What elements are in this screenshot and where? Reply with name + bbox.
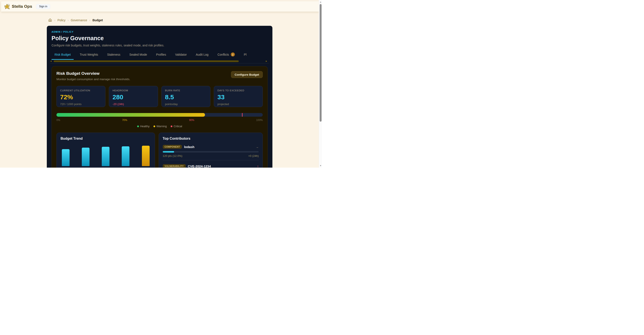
row-divider xyxy=(163,160,259,160)
utilization-ticks: 0% 70% 90% 100% xyxy=(56,119,263,122)
stat-headroom: HEADROOM 280 -20 (24h) xyxy=(109,86,158,107)
stat-burn-rate: BURN RATE 8.5 points/day xyxy=(162,86,210,107)
stat-sub: 720 / 1000 points xyxy=(60,103,102,106)
critical-dot-icon xyxy=(171,126,172,127)
section-eyebrow: ADMIN / POLICY xyxy=(52,31,268,33)
delta-label: +0 (24h) xyxy=(248,154,259,158)
tab-risk-budget[interactable]: Risk Budget xyxy=(52,51,74,60)
tab-validator[interactable]: Validator xyxy=(172,51,190,60)
contributor-row[interactable]: COMPONENT lodash → 120 pts (12.0%) +0 (2… xyxy=(163,144,259,158)
tabs-scroll-left-icon[interactable]: ◀ xyxy=(50,60,52,62)
breadcrumb-separator-icon: › xyxy=(68,19,69,22)
breadcrumb-item-policy[interactable]: Policy xyxy=(58,19,66,22)
page-title: Policy Governance xyxy=(52,35,268,42)
arrow-up-icon[interactable]: ↑ xyxy=(257,164,259,168)
stat-value: 8.5 xyxy=(165,94,207,101)
browser-scrollbar-thumb[interactable] xyxy=(320,4,322,122)
stella-ops-logo-icon xyxy=(4,4,10,10)
contribution-track xyxy=(163,151,259,153)
contributor-name: lodash xyxy=(184,145,194,149)
utilization-progress-bar xyxy=(56,113,263,117)
utilization-fill xyxy=(56,113,205,117)
stat-value: 33 xyxy=(218,94,259,101)
tick-100: 100% xyxy=(256,119,263,122)
overview-subtitle: Monitor budget consumption and manage ri… xyxy=(56,78,130,81)
arrow-right-icon[interactable]: → xyxy=(256,145,259,149)
tick-90: 90% xyxy=(189,119,194,122)
trend-bar xyxy=(102,147,110,166)
page-subtitle: Configure risk budgets, trust weights, s… xyxy=(52,44,268,47)
tab-staleness[interactable]: Staleness xyxy=(104,51,123,60)
stat-value: 280 xyxy=(112,94,154,101)
stat-current-utilization: CURRENT UTILIZATION 72% 720 / 1000 point… xyxy=(56,86,106,107)
stat-value: 72% xyxy=(60,94,102,101)
top-contributors-title: Top Contributors xyxy=(163,137,259,141)
tab-bar: Risk Budget Trust Weights Staleness Seal… xyxy=(52,51,268,60)
type-badge: COMPONENT xyxy=(163,145,182,149)
brand[interactable]: Stella Ops xyxy=(4,4,32,10)
top-bar: Stella Ops Sign in xyxy=(1,1,319,12)
contributor-name: CVE-2024-1234 xyxy=(188,164,211,168)
tabs-horizontal-scrollbar: ◀ ▶ xyxy=(50,60,269,62)
budget-trend-panel: Budget Trend 12/1 12/8 12/15 12/22 12/29 xyxy=(56,133,155,168)
stat-sub: projected xyxy=(218,103,259,106)
tick-70: 70% xyxy=(122,119,127,122)
app-background: Stella Ops Sign in › Policy › Governance… xyxy=(0,0,319,168)
risk-budget-overview-panel: Risk Budget Overview Monitor budget cons… xyxy=(52,66,268,168)
trend-bar xyxy=(142,146,150,166)
healthy-dot-icon xyxy=(137,126,139,127)
type-badge: VULNERABILITY xyxy=(163,164,186,168)
policy-governance-card: ADMIN / POLICY Policy Governance Configu… xyxy=(47,26,272,168)
stat-days-to-exceeded: DAYS TO EXCEEDED 33 projected xyxy=(214,86,263,107)
scroll-up-icon[interactable]: ▲ xyxy=(319,1,322,4)
breadcrumb: › Policy › Governance › Budget xyxy=(48,18,103,22)
tab-audit-log[interactable]: Audit Log xyxy=(193,51,212,60)
tab-truncated[interactable]: Pl xyxy=(241,51,250,60)
tabs-scroll-right-icon[interactable]: ▶ xyxy=(266,60,267,62)
sign-in-button[interactable]: Sign in xyxy=(36,4,50,9)
configure-budget-button[interactable]: Configure Budget xyxy=(231,71,263,78)
browser-scrollbar: ▲ ▼ xyxy=(319,0,322,168)
trend-bar xyxy=(82,148,90,166)
breadcrumb-item-governance[interactable]: Governance xyxy=(71,19,87,22)
contribution-fill xyxy=(163,151,174,153)
stat-sub: -20 (24h) xyxy=(112,103,154,106)
tab-conflicts[interactable]: Conflicts 2 xyxy=(214,51,238,60)
home-icon[interactable] xyxy=(48,18,52,22)
top-contributors-panel: Top Contributors COMPONENT lodash → 120 … xyxy=(159,133,263,168)
points-label: 120 pts (12.0%) xyxy=(163,154,182,158)
stat-cards: CURRENT UTILIZATION 72% 720 / 1000 point… xyxy=(56,86,263,107)
utilization-bar-section: 0% 70% 90% 100% Healthy Warning Critical xyxy=(56,113,263,128)
status-legend: Healthy Warning Critical xyxy=(56,125,263,128)
breadcrumb-separator-icon: › xyxy=(89,19,90,22)
trend-bar xyxy=(122,146,130,166)
budget-trend-title: Budget Trend xyxy=(60,137,151,141)
tabs-scrollbar-thumb[interactable] xyxy=(54,60,239,62)
tab-profiles[interactable]: Profiles xyxy=(153,51,169,60)
trend-bar xyxy=(62,149,70,166)
tab-trust-weights[interactable]: Trust Weights xyxy=(77,51,101,60)
warning-dot-icon xyxy=(154,126,155,127)
breadcrumb-item-budget: Budget xyxy=(92,19,103,22)
brand-name: Stella Ops xyxy=(12,4,32,9)
contributor-row[interactable]: VULNERABILITY CVE-2024-1234 ↑ 95 pts (9.… xyxy=(163,163,259,168)
overview-title: Risk Budget Overview xyxy=(56,71,130,76)
scroll-down-icon[interactable]: ▼ xyxy=(319,164,322,167)
stat-sub: points/day xyxy=(165,103,207,106)
breadcrumb-separator-icon: › xyxy=(54,19,56,22)
tick-0: 0% xyxy=(56,119,60,122)
budget-trend-chart: 12/1 12/8 12/15 12/22 12/29 xyxy=(60,146,151,168)
tab-sealed-mode[interactable]: Sealed Mode xyxy=(126,51,150,60)
conflicts-count-badge: 2 xyxy=(231,53,235,57)
critical-marker xyxy=(242,113,242,117)
